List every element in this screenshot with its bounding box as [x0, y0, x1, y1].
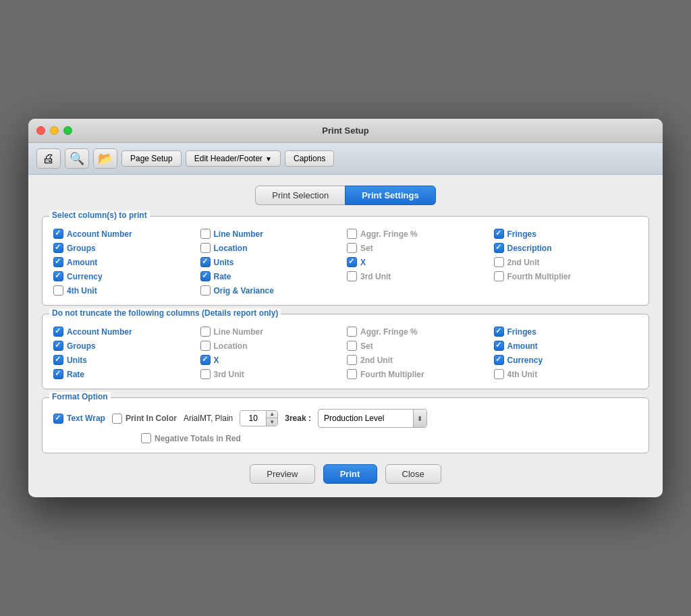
s1-description-checkbox[interactable] — [494, 243, 504, 253]
s2-line-number-checkbox[interactable] — [200, 327, 211, 337]
s1-location-checkbox[interactable] — [200, 243, 211, 253]
s2-set-checkbox[interactable] — [347, 341, 357, 351]
open-icon-button[interactable]: 📂 — [93, 148, 117, 169]
print-in-color-item[interactable]: Print In Color — [112, 414, 177, 424]
edit-header-footer-button[interactable]: Edit Header/Footer ▼ — [186, 150, 281, 167]
s2-4th-unit-item[interactable]: 4th Unit — [494, 369, 638, 379]
s1-amount-checkbox[interactable] — [53, 257, 63, 267]
s1-2nd-unit-checkbox[interactable] — [494, 257, 504, 267]
preview-button[interactable]: Preview — [250, 464, 314, 484]
s2-2nd-unit-checkbox[interactable] — [347, 355, 357, 365]
s1-3rd-unit-checkbox[interactable] — [347, 271, 357, 281]
break-dropdown-arrow-icon[interactable]: ⬍ — [413, 410, 426, 427]
s1-set-checkbox[interactable] — [347, 243, 357, 253]
s2-groups-label: Groups — [67, 341, 96, 351]
s2-units-item[interactable]: Units — [53, 355, 198, 365]
negative-totals-checkbox[interactable] — [141, 433, 151, 443]
s1-currency-item[interactable]: Currency — [53, 271, 198, 281]
s1-4th-unit-item[interactable]: 4th Unit — [53, 285, 198, 296]
s1-rate-checkbox[interactable] — [200, 271, 211, 281]
s1-x-item[interactable]: X — [347, 257, 491, 267]
preview-icon-button[interactable]: 🔍 — [65, 148, 89, 169]
text-wrap-item[interactable]: Text Wrap — [53, 414, 105, 424]
print-in-color-checkbox[interactable] — [112, 414, 122, 424]
s2-fourth-multiplier-item[interactable]: Fourth Multiplier — [347, 369, 491, 379]
s2-rate-label: Rate — [67, 370, 84, 379]
s1-account-number-item[interactable]: Account Number — [53, 229, 198, 239]
text-wrap-checkbox[interactable] — [53, 414, 63, 424]
spinner-up-arrow[interactable]: ▲ — [267, 411, 277, 418]
s1-2nd-unit-item[interactable]: 2nd Unit — [494, 257, 638, 267]
s1-account-number-checkbox[interactable] — [53, 229, 63, 239]
s1-description-item[interactable]: Description — [494, 243, 638, 253]
s2-2nd-unit-item[interactable]: 2nd Unit — [347, 355, 491, 365]
page-setup-button[interactable]: Page Setup — [121, 150, 182, 167]
close-button[interactable]: Close — [385, 464, 441, 484]
s1-amount-label: Amount — [67, 258, 97, 267]
s2-amount-item[interactable]: Amount — [494, 341, 638, 351]
s2-account-number-checkbox[interactable] — [53, 327, 63, 337]
s1-3rd-unit-item[interactable]: 3rd Unit — [347, 271, 491, 281]
s1-currency-checkbox[interactable] — [53, 271, 63, 281]
minimize-button[interactable] — [50, 126, 59, 135]
s2-fringes-checkbox[interactable] — [494, 327, 504, 337]
s2-account-number-item[interactable]: Account Number — [53, 327, 198, 337]
s2-rate-item[interactable]: Rate — [53, 369, 198, 379]
s2-groups-item[interactable]: Groups — [53, 341, 198, 351]
s2-3rd-unit-item[interactable]: 3rd Unit — [200, 369, 345, 379]
s2-currency-checkbox[interactable] — [494, 355, 504, 365]
negative-totals-item[interactable]: Negative Totals in Red — [141, 433, 241, 443]
s2-currency-item[interactable]: Currency — [494, 355, 638, 365]
spinner-down-arrow[interactable]: ▼ — [267, 418, 277, 426]
break-select[interactable]: Production Level Account Set Location — [319, 412, 413, 425]
s2-rate-checkbox[interactable] — [53, 369, 63, 379]
s2-fringes-item[interactable]: Fringes — [494, 327, 638, 337]
maximize-button[interactable] — [63, 126, 72, 135]
captions-button[interactable]: Captions — [285, 150, 334, 167]
no-truncate-legend: Do not truncate the following columns (D… — [49, 308, 281, 318]
s2-groups-checkbox[interactable] — [53, 341, 63, 351]
s1-units-checkbox[interactable] — [200, 257, 211, 267]
s2-x-item[interactable]: X — [200, 355, 345, 365]
s1-fourth-multiplier-checkbox[interactable] — [494, 271, 504, 281]
s1-line-number-item[interactable]: Line Number — [200, 229, 345, 239]
s2-x-checkbox[interactable] — [200, 355, 211, 365]
s1-rate-item[interactable]: Rate — [200, 271, 345, 281]
print-button[interactable]: Print — [323, 464, 377, 484]
s1-4th-unit-checkbox[interactable] — [53, 285, 63, 296]
s1-units-item[interactable]: Units — [200, 257, 345, 267]
s1-fourth-multiplier-item[interactable]: Fourth Multiplier — [494, 271, 638, 281]
s2-4th-unit-checkbox[interactable] — [494, 369, 504, 379]
s1-location-item[interactable]: Location — [200, 243, 345, 253]
s1-orig-variance-checkbox[interactable] — [200, 285, 211, 296]
tab-print-selection[interactable]: Print Selection — [255, 186, 345, 205]
print-icon-button[interactable]: 🖨 — [36, 148, 61, 169]
s1-orig-variance-item[interactable]: Orig & Variance — [200, 285, 345, 296]
s1-amount-item[interactable]: Amount — [53, 257, 198, 267]
text-wrap-label: Text Wrap — [67, 414, 105, 423]
tab-print-settings[interactable]: Print Settings — [345, 186, 436, 205]
s2-3rd-unit-checkbox[interactable] — [200, 369, 211, 379]
s1-aggr-fringe-checkbox[interactable] — [347, 229, 357, 239]
s2-units-checkbox[interactable] — [53, 355, 63, 365]
s1-groups-item[interactable]: Groups — [53, 243, 198, 253]
s2-set-item[interactable]: Set — [347, 341, 491, 351]
s2-location-item[interactable]: Location — [200, 341, 345, 351]
font-display: ArialMT, Plain — [184, 414, 233, 423]
s1-groups-checkbox[interactable] — [53, 243, 63, 253]
s2-amount-checkbox[interactable] — [494, 341, 504, 351]
font-size-input[interactable] — [240, 411, 266, 426]
content-area: Print Selection Print Settings Select co… — [28, 175, 663, 497]
s1-line-number-checkbox[interactable] — [200, 229, 211, 239]
s2-aggr-fringe-checkbox[interactable] — [347, 327, 357, 337]
s2-fourth-multiplier-checkbox[interactable] — [347, 369, 357, 379]
s2-line-number-item[interactable]: Line Number — [200, 327, 345, 337]
s1-x-checkbox[interactable] — [347, 257, 357, 267]
close-button[interactable] — [36, 126, 45, 135]
s1-fringes-checkbox[interactable] — [494, 229, 504, 239]
s2-aggr-fringe-item[interactable]: Aggr. Fringe % — [347, 327, 491, 337]
s1-fringes-item[interactable]: Fringes — [494, 229, 638, 239]
s2-location-checkbox[interactable] — [200, 341, 211, 351]
s1-aggr-fringe-item[interactable]: Aggr. Fringe % — [347, 229, 491, 239]
s1-set-item[interactable]: Set — [347, 243, 491, 253]
